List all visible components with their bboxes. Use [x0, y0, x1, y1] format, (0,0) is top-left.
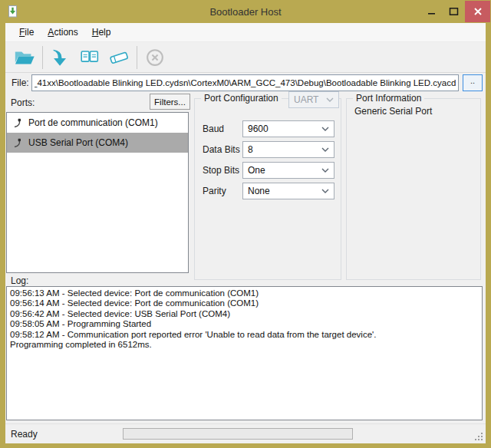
titlebar: Bootloader Host — [0, 0, 491, 23]
port-name: Port de communication (COM1) — [28, 117, 158, 128]
parity-row: ParityNone — [203, 183, 336, 199]
parity-select[interactable]: None — [242, 183, 334, 199]
protocol-select[interactable]: UART — [288, 91, 339, 108]
menu-item-help[interactable]: Help — [85, 23, 118, 42]
log-entry: 09:56:42 AM - Selected device: USB Seria… — [10, 309, 479, 319]
log-output[interactable]: 09:56:13 AM - Selected device: Port de c… — [6, 286, 483, 420]
menu-item-file[interactable]: File — [12, 23, 41, 42]
log-entry: Programming completed in 6512ms. — [10, 340, 479, 350]
port-information-title: Port Information — [353, 93, 424, 104]
toolbar — [5, 43, 486, 73]
status-text: Ready — [11, 429, 38, 440]
log-label: Log: — [11, 275, 28, 286]
client-area: FileActionsHelp File: .. — [5, 23, 486, 443]
data-bits-select[interactable]: 8 — [242, 141, 334, 158]
data-bits-value: 8 — [248, 144, 253, 155]
port-list-item[interactable]: USB Serial Port (COM4) — [7, 133, 188, 153]
port-name: USB Serial Port (COM4) — [28, 137, 128, 148]
stop-bits-value: One — [248, 165, 265, 176]
menu-bar: FileActionsHelp — [5, 23, 486, 42]
browse-button[interactable]: .. — [463, 74, 483, 91]
port-information-group: Port Information Generic Serial Port — [346, 98, 481, 280]
abort-button[interactable] — [140, 44, 170, 71]
file-path-input[interactable] — [31, 74, 459, 91]
parity-label: Parity — [203, 186, 242, 196]
port-list-item[interactable]: Port de communication (COM1) — [7, 113, 188, 133]
close-icon — [473, 7, 483, 16]
download-arrow-icon — [49, 46, 72, 69]
eraser-icon — [107, 46, 130, 69]
ports-list: Port de communication (COM1)USB Serial P… — [6, 112, 189, 273]
chevron-down-icon — [326, 97, 334, 102]
port-configuration-title: Port Configuration — [201, 93, 282, 104]
log-entry: 09:56:14 AM - Selected device: Port de c… — [10, 298, 479, 308]
file-row: File: .. — [5, 74, 486, 93]
baud-value: 9600 — [248, 124, 269, 134]
maximize-button[interactable] — [443, 1, 465, 22]
stop-bits-select[interactable]: One — [242, 162, 334, 179]
chevron-down-icon — [321, 189, 329, 193]
minimize-button[interactable] — [420, 1, 443, 22]
folder-open-icon — [13, 46, 36, 69]
window-title: Bootloader Host — [0, 6, 491, 18]
port-configuration-group: Port Configuration UART Baud9600Data Bit… — [194, 98, 341, 280]
data-bits-row: Data Bits8 — [203, 141, 336, 158]
toolbar-separator — [42, 46, 43, 69]
baud-label: Baud — [203, 124, 242, 134]
serial-port-icon — [13, 138, 22, 148]
stop-bits-label: Stop Bits — [203, 165, 242, 176]
documents-icon — [78, 46, 101, 69]
stop-bits-row: Stop BitsOne — [203, 162, 336, 179]
filters-button[interactable]: Filters... — [150, 94, 190, 110]
menu-item-actions[interactable]: Actions — [41, 23, 84, 42]
log-entry: 09:58:12 AM - Communication port reporte… — [10, 330, 479, 340]
chevron-down-icon — [321, 127, 329, 131]
toolbar-separator — [137, 46, 137, 69]
data-bits-label: Data Bits — [203, 144, 242, 155]
baud-row: Baud9600 — [203, 120, 336, 137]
serial-port-icon — [13, 118, 22, 128]
erase-button[interactable] — [104, 44, 133, 71]
ports-label: Ports: — [11, 97, 35, 108]
status-bar: Ready — [5, 423, 486, 443]
app-window: Bootloader Host FileActionsHelp — [0, 0, 491, 448]
open-file-button[interactable] — [10, 44, 39, 71]
chevron-down-icon — [321, 168, 329, 173]
progress-bar — [123, 428, 353, 440]
protocol-value: UART — [294, 94, 318, 105]
cancel-circle-icon — [143, 46, 166, 69]
program-button[interactable] — [46, 44, 75, 71]
log-entry: 09:58:05 AM - Programming Started — [10, 319, 479, 329]
parity-value: None — [248, 186, 270, 196]
port-config-rows: Baud9600Data Bits8Stop BitsOneParityNone — [203, 120, 336, 203]
file-label: File: — [12, 77, 29, 88]
baud-select[interactable]: 9600 — [242, 120, 334, 137]
log-entry: 09:56:13 AM - Selected device: Port de c… — [10, 288, 479, 298]
close-button[interactable] — [465, 1, 490, 22]
minimize-icon — [427, 7, 437, 16]
verify-button[interactable] — [75, 44, 104, 71]
resize-grip[interactable] — [475, 433, 483, 441]
maximize-icon — [449, 7, 459, 16]
chevron-down-icon — [321, 147, 329, 152]
